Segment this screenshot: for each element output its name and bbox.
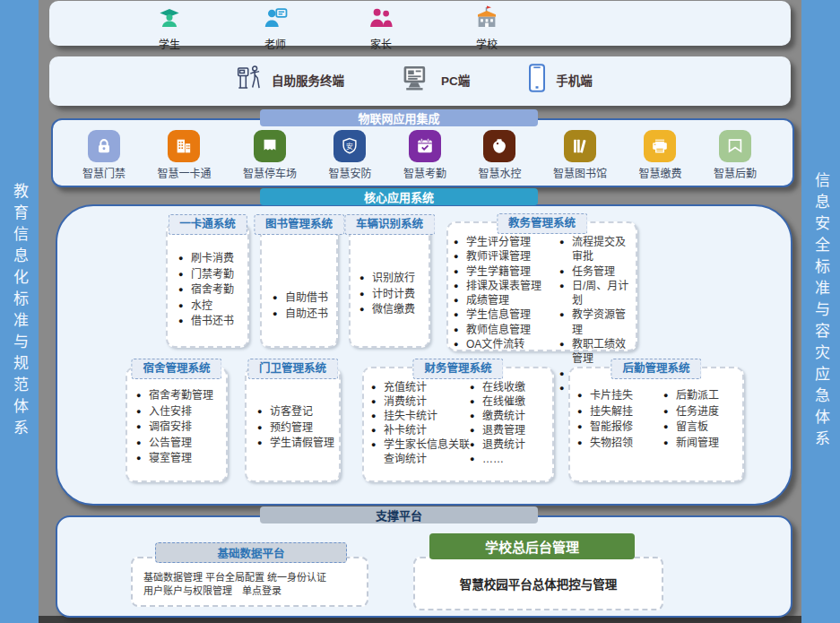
iot-item-logistics: 智慧后勤: [714, 130, 757, 180]
list-item: 宿舍考勤管理: [136, 388, 226, 404]
terminal-label: 自助服务终端: [272, 71, 344, 89]
list-item: 成绩管理: [454, 293, 559, 307]
iot-label: 智慧缴费: [638, 165, 681, 180]
list-item: 留言板: [663, 420, 742, 436]
list-item: 微信缴费: [359, 302, 429, 318]
subsystem-gatekeeper: 门卫管理系统 访客登记 预约管理 学生请假管理: [245, 367, 341, 482]
iot-item-water: 智慧水控: [478, 130, 521, 180]
list-item: 学生评分管理: [454, 235, 559, 249]
user-item-student: 学生: [142, 4, 197, 51]
calendar-check-icon: [409, 130, 441, 162]
subsystem-list: 识别放行 计时计费 微信缴费: [359, 271, 429, 318]
list-item: 访客登记: [257, 404, 339, 420]
subsystem-list: 在线收缴 在线催缴 缴费统计 退费管理 退费统计 ……: [470, 380, 552, 480]
subsystem-list: 学生评分管理 教师评课管理 学生学籍管理 排课及课表管理 成绩管理 学生信息管理…: [454, 235, 559, 350]
base-platform-line2: 用户账户与权限管理 单点登录: [143, 584, 359, 598]
parents-icon: [368, 4, 394, 35]
list-item: 学生学籍管理: [454, 264, 559, 279]
list-item: 公告管理: [136, 436, 226, 452]
terminal-item-pc: PC端: [402, 65, 470, 95]
list-item: 预约管理: [257, 420, 339, 437]
subsystem-logistics: 后勤管理系统 卡片挂失 挂失解挂 智能报修 失物招领 后勤派工 任务进度 留言板…: [568, 367, 744, 482]
list-item: 新闻管理: [663, 436, 742, 452]
list-item: 退费统计: [470, 437, 552, 452]
mobile-icon: [527, 64, 547, 96]
list-item: 充值统计: [371, 380, 470, 394]
list-item: OA文件流转: [454, 337, 559, 351]
lock-icon: [88, 130, 120, 162]
subsystem-title: 宿舍管理系统: [131, 359, 221, 379]
iot-label: 智慧门禁: [82, 165, 126, 180]
user-item-school: 学校: [459, 4, 515, 51]
subsystem-vehicle: 车辆识别系统 识别放行 计时计费 微信缴费: [349, 222, 430, 348]
list-item: 卡片挂失: [577, 388, 663, 404]
list-item: 退费管理: [470, 423, 552, 437]
desktop-icon: [402, 65, 432, 95]
list-item: 在线收缴: [470, 380, 552, 394]
list-item: 流程提交及审批: [559, 235, 636, 264]
teacher-icon: [262, 4, 289, 35]
user-label: 老师: [264, 36, 286, 51]
iot-label: 智慧一卡通: [157, 165, 211, 180]
list-item: 失物招领: [577, 436, 663, 452]
left-standards-label: 教育信息化标准与规范体系: [8, 183, 30, 441]
iot-item-parking: 智慧停车场: [243, 130, 297, 180]
subsystem-list: 充值统计 消费统计 挂失卡统计 补卡统计 学生家长信息关联查询统计: [371, 380, 470, 480]
iot-label: 智慧水控: [478, 165, 521, 180]
users-row: 学生 老师 家长 学校: [142, 4, 515, 51]
base-data-platform-label: 基础数据平台: [155, 542, 347, 563]
printer-icon: [644, 130, 676, 162]
iot-label: 智慧考勤: [403, 165, 446, 180]
iot-label: 智慧图书馆: [553, 165, 607, 180]
terminals-row: 自助服务终端 PC端 手机端: [236, 64, 593, 96]
terminal-item-mobile: 手机端: [527, 64, 593, 96]
right-standards-label: 信息安全标准与容灾应急体系: [810, 172, 832, 452]
list-item: 入住安排: [136, 404, 226, 420]
list-item: 学生请假管理: [257, 436, 339, 452]
list-item: 教师信息管理: [454, 323, 559, 337]
shield-icon: 安: [333, 130, 366, 162]
water-jar-icon: [483, 130, 515, 162]
right-standards-bar: 信息安全标准与容灾应急体系: [801, 0, 840, 623]
list-item: 刷卡消费: [178, 251, 247, 267]
subsystem-finance: 财务管理系统 充值统计 消费统计 挂失卡统计 补卡统计 学生家长信息关联查询统计…: [362, 367, 554, 482]
student-icon: [156, 4, 183, 35]
list-item: 任务进度: [663, 404, 742, 420]
iot-item-attendance: 智慧考勤: [403, 130, 446, 180]
list-item: 借书还书: [178, 314, 247, 330]
list-item: 补卡统计: [371, 423, 470, 437]
kiosk-icon: [236, 64, 263, 96]
list-item: 教师评课管理: [454, 249, 559, 264]
subsystem-title: 门卫管理系统: [247, 359, 338, 379]
list-item: ……: [470, 452, 552, 466]
subsystem-title: 车辆识别系统: [344, 214, 435, 235]
list-item: 学生家长信息关联查询统计: [371, 437, 470, 466]
list-item: 调宿安排: [136, 420, 226, 436]
left-standards-bar: 教育信息化标准与规范体系: [0, 0, 39, 623]
list-item: 后勤派工: [663, 388, 742, 404]
subsystem-list: 卡片挂失 挂失解挂 智能报修 失物招领: [577, 388, 663, 480]
support-section-header: 支撑平台: [260, 506, 538, 523]
iot-label: 智慧停车场: [243, 165, 297, 180]
iot-item-payment: 智慧缴费: [638, 130, 681, 180]
building-card-icon: [168, 130, 200, 162]
list-item: 宿舍考勤: [178, 282, 247, 299]
list-item: 挂失解挂: [577, 404, 663, 420]
school-icon: [473, 4, 500, 35]
iot-item-onecard: 智慧一卡通: [157, 130, 211, 180]
list-item: 自助还书: [273, 307, 336, 323]
iot-item-library: 智慧图书馆: [553, 130, 607, 180]
iot-item-security: 安 智慧安防: [328, 130, 371, 180]
terminal-item-kiosk: 自助服务终端: [236, 64, 344, 96]
books-icon: [564, 130, 596, 162]
iot-row: 智慧门禁 智慧一卡通 智慧停车场 安 智慧安防 智慧考勤: [82, 130, 757, 180]
list-item: 日/周、月计划: [559, 279, 636, 308]
parking-ticket-icon: [254, 130, 286, 162]
list-item: 寝室管理: [136, 451, 226, 467]
subsystem-list: 访客登记 预约管理 学生请假管理: [257, 404, 339, 452]
list-item: 自助借书: [273, 290, 336, 307]
subsystem-list: 刷卡消费 门禁考勤 宿舍考勤 水控 借书还书: [178, 251, 247, 330]
list-item: 排课及课表管理: [454, 279, 559, 293]
subsystem-title: 一卡通系统: [168, 214, 247, 235]
school-admin-desc: 智慧校园平台总体把控与管理: [460, 575, 618, 593]
